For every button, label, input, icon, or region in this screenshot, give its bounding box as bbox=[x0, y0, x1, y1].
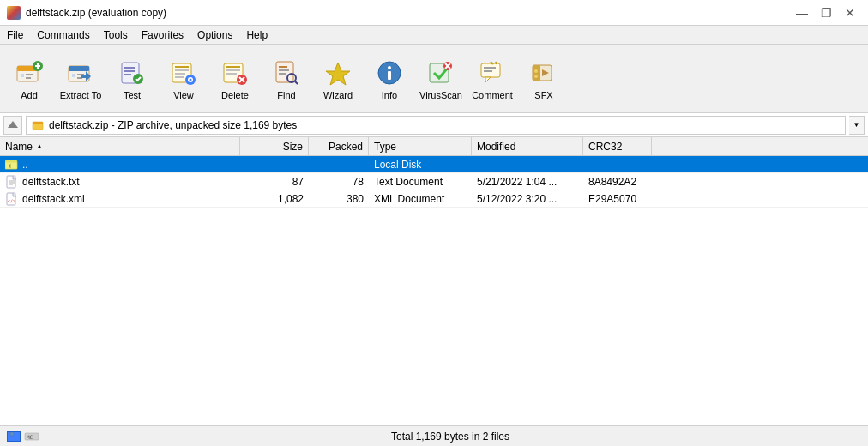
column-header-type[interactable]: Type bbox=[369, 137, 472, 155]
status-text: Total 1,169 bytes in 2 files bbox=[391, 431, 509, 443]
txt-size: 87 bbox=[240, 176, 309, 188]
svg-rect-43 bbox=[388, 71, 391, 80]
comment-icon bbox=[477, 57, 508, 88]
svg-text:MC: MC bbox=[27, 434, 33, 440]
menu-file[interactable]: File bbox=[0, 26, 30, 44]
svg-point-42 bbox=[388, 66, 391, 69]
toolbar-wizard-button[interactable]: Wizard bbox=[314, 49, 362, 109]
close-button[interactable]: ✕ bbox=[839, 4, 861, 21]
status-bar: MC Total 1,169 bytes in 2 files bbox=[0, 425, 868, 446]
svg-rect-16 bbox=[124, 70, 135, 72]
wizard-icon bbox=[322, 57, 353, 88]
txt-packed: 78 bbox=[309, 176, 369, 188]
add-label: Add bbox=[21, 90, 38, 100]
find-label: Find bbox=[277, 90, 295, 100]
column-header-name[interactable]: Name ▲ bbox=[0, 137, 240, 155]
virusscan-label: VirusScan bbox=[419, 90, 462, 100]
svg-line-39 bbox=[295, 81, 298, 84]
virusscan-icon bbox=[425, 57, 456, 88]
menu-commands[interactable]: Commands bbox=[30, 26, 96, 44]
txt-file-icon bbox=[5, 175, 19, 189]
toolbar-extract-button[interactable]: Extract To bbox=[57, 49, 105, 109]
maximize-button[interactable]: ❐ bbox=[815, 4, 837, 21]
up-type: Local Disk bbox=[369, 159, 472, 171]
column-header-packed[interactable]: Packed bbox=[309, 137, 369, 155]
svg-rect-17 bbox=[124, 74, 131, 75]
toolbar-info-button[interactable]: Info bbox=[365, 49, 413, 109]
file-list-header: Name ▲ Size Packed Type Modified CRC32 bbox=[0, 137, 868, 156]
column-header-modified[interactable]: Modified bbox=[472, 137, 583, 155]
svg-rect-36 bbox=[279, 69, 289, 71]
file-row-txt[interactable]: delftstack.txt 87 78 Text Document 5/21/… bbox=[0, 173, 868, 190]
file-row-xml[interactable]: </> delftstack.xml 1,082 380 XML Documen… bbox=[0, 190, 868, 208]
toolbar-find-button[interactable]: Find bbox=[262, 49, 310, 109]
menu-tools[interactable]: Tools bbox=[97, 26, 135, 44]
folder-up-icon bbox=[5, 158, 19, 172]
window-title: delftstack.zip (evaluation copy) bbox=[26, 7, 166, 19]
toolbar-sfx-button[interactable]: SFX bbox=[520, 49, 568, 109]
svg-rect-4 bbox=[26, 77, 31, 79]
info-icon bbox=[374, 57, 405, 88]
column-header-size[interactable]: Size bbox=[240, 137, 309, 155]
info-label: Info bbox=[382, 90, 397, 100]
toolbar-delete-button[interactable]: Delete bbox=[211, 49, 259, 109]
toolbar-virusscan-button[interactable]: VirusScan bbox=[417, 49, 465, 109]
view-label: View bbox=[173, 90, 194, 100]
svg-rect-20 bbox=[175, 66, 189, 68]
minimize-button[interactable]: — bbox=[791, 4, 813, 21]
navigate-up-button[interactable] bbox=[3, 116, 22, 135]
svg-point-57 bbox=[534, 69, 538, 73]
toolbar-view-button[interactable]: View bbox=[160, 49, 208, 109]
extract-icon bbox=[65, 57, 96, 88]
svg-rect-15 bbox=[124, 67, 135, 69]
txt-crc: 8A8492A2 bbox=[583, 176, 652, 188]
toolbar-add-button[interactable]: Add bbox=[5, 49, 53, 109]
title-bar-left: delftstack.zip (evaluation copy) bbox=[7, 6, 166, 20]
svg-rect-61 bbox=[33, 122, 43, 124]
svg-marker-40 bbox=[326, 63, 350, 85]
svg-rect-2 bbox=[21, 74, 24, 77]
svg-marker-49 bbox=[485, 77, 491, 82]
svg-point-58 bbox=[534, 75, 538, 78]
svg-rect-7 bbox=[37, 63, 39, 69]
svg-rect-30 bbox=[226, 73, 237, 75]
title-bar-controls: — ❐ ✕ bbox=[791, 4, 861, 21]
address-dropdown-button[interactable]: ▼ bbox=[849, 116, 865, 135]
title-bar: delftstack.zip (evaluation copy) — ❐ ✕ bbox=[0, 0, 868, 26]
test-icon bbox=[117, 57, 148, 88]
txt-type: Text Document bbox=[369, 176, 472, 188]
column-header-crc[interactable]: CRC32 bbox=[583, 137, 652, 155]
view-icon bbox=[168, 57, 199, 88]
svg-text:</>: </> bbox=[8, 198, 15, 203]
wizard-label: Wizard bbox=[323, 90, 353, 100]
toolbar-comment-button[interactable]: Comment bbox=[468, 49, 516, 109]
xml-file-icon: </> bbox=[5, 192, 19, 206]
status-bar-left: MC bbox=[7, 431, 39, 442]
menu-options[interactable]: Options bbox=[190, 26, 239, 44]
svg-rect-9 bbox=[69, 66, 89, 71]
svg-rect-51 bbox=[484, 70, 492, 72]
svg-rect-10 bbox=[72, 74, 75, 77]
svg-rect-72 bbox=[10, 432, 14, 436]
menu-bar: File Commands Tools Favorites Options He… bbox=[0, 26, 868, 45]
file-list-container: Name ▲ Size Packed Type Modified CRC32 bbox=[0, 137, 868, 425]
sort-arrow-name: ▲ bbox=[36, 142, 43, 150]
up-folder-name: .. bbox=[22, 159, 28, 171]
xml-crc: E29A5070 bbox=[583, 193, 652, 205]
delete-icon bbox=[220, 57, 250, 88]
toolbar-test-button[interactable]: Test bbox=[108, 49, 156, 109]
file-list: .. Local Disk delftstac bbox=[0, 156, 868, 425]
delete-label: Delete bbox=[221, 90, 249, 100]
txt-modified: 5/21/2022 1:04 ... bbox=[472, 176, 583, 188]
find-icon bbox=[271, 57, 302, 88]
svg-rect-3 bbox=[26, 74, 33, 75]
svg-rect-21 bbox=[175, 69, 189, 71]
svg-marker-59 bbox=[8, 121, 18, 128]
menu-favorites[interactable]: Favorites bbox=[135, 26, 190, 44]
svg-rect-37 bbox=[279, 73, 286, 75]
svg-rect-50 bbox=[484, 67, 496, 69]
add-icon bbox=[14, 57, 45, 88]
txt-file-name: delftstack.txt bbox=[22, 176, 80, 188]
file-row-up[interactable]: .. Local Disk bbox=[0, 156, 868, 173]
menu-help[interactable]: Help bbox=[239, 26, 274, 44]
